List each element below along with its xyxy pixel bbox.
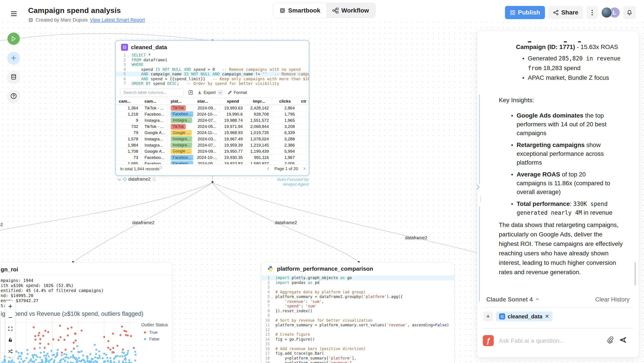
- table-row[interactable]: 1,708Google A...Google ...2024-09...19,9…: [116, 148, 309, 154]
- legend-item[interactable]: True: [144, 330, 168, 335]
- code-line[interactable]: 7ORDER BY spend DESC; -- Order by spend …: [116, 81, 309, 86]
- shuffle-button[interactable]: [6, 346, 15, 357]
- scatter-point-false: [66, 356, 68, 358]
- code-line[interactable]: 16# Add revenue bars (positive direction…: [262, 346, 455, 351]
- code-line[interactable]: 18 y=platform_summary['platform'],: [262, 356, 455, 361]
- context-chip-cleaned-data[interactable]: cleaned_data ✕: [496, 311, 552, 321]
- database-icon: [10, 74, 17, 80]
- table-row[interactable]: 73Faceboo...Faceboo...2024-10-...19,930.…: [116, 155, 309, 161]
- run-workflow-button[interactable]: [8, 33, 20, 45]
- code-line[interactable]: 5⌄platform_summary = dataframe2.groupby(…: [262, 294, 455, 299]
- share-button[interactable]: Share: [548, 6, 583, 19]
- code-line[interactable]: 4# Aggregate data by platform (ad group): [262, 290, 455, 295]
- user-avatar[interactable]: [601, 7, 612, 18]
- data-sources-button[interactable]: [8, 71, 20, 83]
- tab-smartbook[interactable]: Smartbook: [273, 3, 326, 18]
- clear-history-button[interactable]: Clear History: [595, 296, 630, 303]
- code-line[interactable]: 5 AND campaign_name IS NOT NULL AND camp…: [116, 72, 309, 77]
- code-line[interactable]: 1import plotly.graph_objects as go: [262, 275, 455, 280]
- code-line[interactable]: 13# Create figure: [262, 332, 455, 337]
- column-header[interactable]: cam...: [116, 98, 142, 105]
- code-line[interactable]: 3WHERE: [116, 62, 309, 67]
- export-button[interactable]: Export: [198, 90, 223, 95]
- chip-close-icon[interactable]: ✕: [545, 313, 549, 319]
- lock-button[interactable]: [6, 334, 15, 346]
- view-latest-smart-report-link[interactable]: View Latest Smart Report: [90, 17, 145, 23]
- hamburger-menu-icon[interactable]: [11, 10, 17, 16]
- column-header[interactable]: plat...: [168, 98, 194, 105]
- node-platform-performance-comparison[interactable]: platform_performance_comparison 1import …: [261, 262, 455, 363]
- code-line[interactable]: 15: [262, 342, 455, 346]
- code-line[interactable]: 8}).reset_index(): [262, 309, 455, 313]
- table-row[interactable]: 1,364TikTok - ...TikTok2024-09...19,993.…: [116, 105, 309, 111]
- column-header[interactable]: impr...: [246, 98, 272, 105]
- column-header[interactable]: ctr: [298, 98, 309, 105]
- python-editor[interactable]: 1import plotly.graph_objects as go2impor…: [262, 275, 455, 363]
- table-row[interactable]: 1,578Instagra...Instagra...2024-03...19,…: [116, 136, 309, 142]
- code-line[interactable]: 19 x=platform_summary['revenue'],: [262, 360, 455, 363]
- ask-question-input[interactable]: [499, 336, 598, 345]
- code-line[interactable]: 2FROM dataframe1: [116, 58, 309, 62]
- table-row[interactable]: 1,218Faceboo...Faceboo...2024-10-...19,9…: [116, 111, 309, 117]
- table-row[interactable]: 1,984Instagra...Instagra...2024-07...19,…: [116, 142, 309, 148]
- search-table-columns-input[interactable]: [120, 89, 184, 97]
- code-line[interactable]: 10# Sort by revenue for better visualiza…: [262, 318, 455, 323]
- send-button[interactable]: [619, 336, 627, 345]
- code-line[interactable]: 6 AND spend > {{spend_limit}} -- Keep on…: [116, 77, 309, 81]
- zoom-out-button[interactable]: [6, 312, 15, 323]
- output-dataframe-label[interactable]: dataframe2: [128, 177, 150, 182]
- column-header[interactable]: star...: [194, 98, 220, 105]
- attachment-button[interactable]: [607, 337, 614, 345]
- next-page-button[interactable]: [302, 167, 305, 170]
- prev-page-button[interactable]: [267, 167, 270, 170]
- result-table[interactable]: cam...cam...plat...star...spendimpr...cl…: [116, 98, 309, 167]
- table-cell: 3,208: [272, 124, 298, 130]
- scatter-point-false: [56, 355, 58, 357]
- column-header[interactable]: spend: [220, 98, 246, 105]
- publish-button[interactable]: Publish: [505, 6, 545, 19]
- drag-dots-icon[interactable]: ⋮⋮⋮⋮: [477, 196, 482, 202]
- sql-editor[interactable]: 1⌄SELECT *2FROM dataframe13WHERE4 spend …: [116, 53, 309, 86]
- scatter-plot[interactable]: [0, 317, 138, 363]
- code-line[interactable]: 14fig = go.Figure(): [262, 337, 455, 342]
- help-button[interactable]: [8, 90, 20, 102]
- legend-item[interactable]: False: [144, 337, 168, 341]
- expand-table-button[interactable]: [188, 90, 193, 95]
- add-node-button[interactable]: [8, 52, 20, 64]
- code-line[interactable]: 17fig.add_trace(go.Bar(: [262, 351, 455, 356]
- code-line[interactable]: 3: [262, 285, 455, 290]
- format-button[interactable]: Format: [228, 90, 247, 95]
- more-options-button[interactable]: [586, 6, 598, 19]
- notifications-button[interactable]: [623, 6, 636, 19]
- focus-dataframe-icon[interactable]: [477, 185, 480, 189]
- table-row[interactable]: 9Instagra...Instagra...2024-07...19,988.…: [116, 117, 309, 124]
- zoom-in-button[interactable]: [6, 301, 15, 312]
- code-line[interactable]: 6 'revenue': 'sum',: [262, 299, 455, 304]
- add-context-button[interactable]: +: [483, 311, 493, 321]
- code-line[interactable]: 7 'spend': 'sum': [262, 304, 455, 309]
- drag-handle[interactable]: ⋮: [152, 177, 156, 182]
- table-row[interactable]: 79Google A...Google ...2024-11-...19,968…: [116, 130, 309, 136]
- table-cell: 2024-05...: [194, 124, 220, 130]
- column-header[interactable]: cam...: [142, 98, 168, 105]
- table-row[interactable]: 732TikTok - ...TikTok2024-05...19,971.94…: [116, 124, 309, 130]
- tab-workflow[interactable]: Workflow: [326, 3, 375, 18]
- code-line[interactable]: 9: [262, 313, 455, 318]
- chevron-up-icon[interactable]: [536, 298, 539, 301]
- scatter-point-true: [112, 347, 114, 349]
- export-dropdown-button[interactable]: [218, 90, 223, 95]
- code-line[interactable]: 12: [262, 328, 455, 332]
- node-title: cleaned_data: [131, 44, 167, 51]
- node-cleaned-data[interactable]: cleaned_data 1⌄SELECT *2FROM dataframe13…: [115, 40, 309, 176]
- panel-scrollbar[interactable]: [634, 262, 636, 286]
- model-selector[interactable]: Claude Sonnet 4: [486, 296, 533, 303]
- code-line[interactable]: 1⌄SELECT *: [116, 53, 309, 58]
- output-connector[interactable]: [212, 181, 214, 183]
- node-campaign-roi[interactable]: gn_roi mpaigns: 1944ith ≥$10k spend: 102…: [0, 262, 172, 363]
- code-line[interactable]: 2import pandas as pd: [262, 280, 455, 285]
- column-header[interactable]: clicks: [272, 98, 298, 105]
- fullscreen-button[interactable]: [6, 323, 15, 334]
- code-line[interactable]: 11platform_summary = platform_summary.so…: [262, 323, 455, 328]
- scatter-point-true: [125, 330, 127, 332]
- code-line[interactable]: 4 spend IS NOT NULL AND spend > 0 -- Rem…: [116, 67, 309, 72]
